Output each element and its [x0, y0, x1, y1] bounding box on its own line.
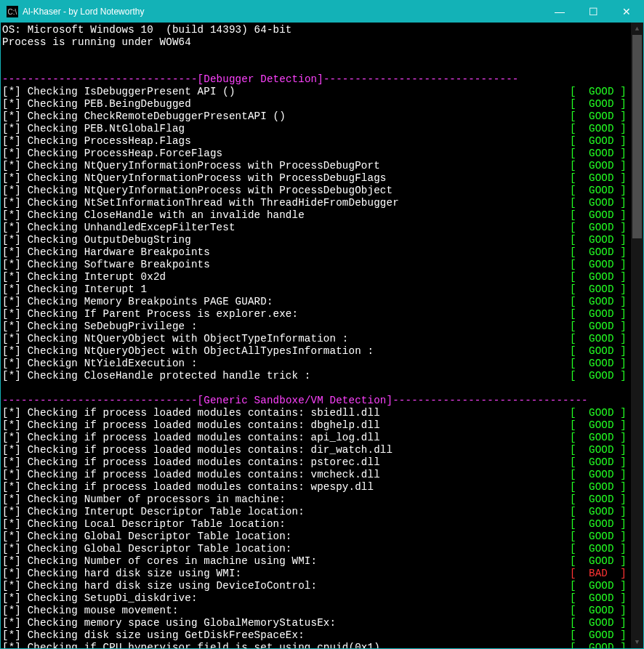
status-cell: [ GOOD ]: [570, 481, 631, 493]
status-cell: [ GOOD ]: [570, 432, 631, 444]
scrollbar-thumb[interactable]: [632, 35, 642, 238]
status-value: GOOD: [589, 209, 614, 221]
output-line: [*] Checking PEB.BeingDebugged[ GOOD ]: [2, 98, 631, 110]
output-text: [*] Checking if process loaded modules c…: [2, 407, 570, 419]
status-cell: [ GOOD ]: [570, 629, 631, 642]
status-value: GOOD: [589, 86, 614, 97]
close-button[interactable]: ✕: [610, 1, 643, 23]
output-line: [*] Checking IsDebuggerPresent API ()[ G…: [2, 86, 631, 98]
output-text: [*] Checking if process loaded modules c…: [2, 469, 570, 481]
output-line: Process is running under WOW64: [2, 36, 631, 49]
status-value: GOOD: [589, 555, 614, 567]
output-text: [*] Checking disk size using GetDiskFree…: [2, 629, 570, 642]
section-header: -------------------------------[Generic …: [2, 395, 631, 407]
output-line: [*] Checking Interupt Descriptor Table l…: [2, 506, 631, 518]
status-value: GOOD: [589, 629, 614, 641]
output-line: [*] Checking if process loaded modules c…: [2, 456, 631, 469]
titlebar[interactable]: C:\ Al-Khaser - by Lord Noteworthy — ☐ ✕: [1, 1, 643, 23]
minimize-button[interactable]: —: [543, 1, 576, 23]
status-value: GOOD: [589, 506, 614, 517]
output-line: [*] Checking CheckRemoteDebuggerPresentA…: [2, 110, 631, 123]
output-line: [*] Checking Number of processors in mac…: [2, 493, 631, 506]
status-value: GOOD: [589, 580, 614, 592]
status-cell: [ GOOD ]: [570, 493, 631, 506]
output-line: OS: Microsoft Windows 10 (build 14393) 6…: [2, 24, 631, 36]
output-line: [2, 49, 631, 61]
status-cell: [ GOOD ]: [570, 407, 631, 419]
status-value: GOOD: [589, 123, 614, 134]
output-line: [2, 61, 631, 73]
window-title: Al-Khaser - by Lord Noteworthy: [23, 7, 543, 17]
dashes-right: -------------------------------: [323, 73, 519, 85]
output-line: [*] Checking Hardware Breakpoints[ GOOD …: [2, 246, 631, 259]
output-text: [*] Checking Interupt 1: [2, 283, 570, 296]
status-value: GOOD: [589, 110, 614, 122]
status-cell: [ GOOD ]: [570, 86, 631, 98]
output-text: [*] Checking NtQueryObject with ObjectTy…: [2, 333, 570, 345]
status-cell: [ GOOD ]: [570, 172, 631, 185]
dashes-left: -------------------------------: [2, 73, 198, 85]
status-cell: [ GOOD ]: [570, 283, 631, 296]
output-line: [*] Checking Local Descriptor Table loca…: [2, 518, 631, 531]
output-text: [*] Checking OutputDebugString: [2, 234, 570, 246]
section-title: [Debugger Detection]: [198, 73, 323, 85]
output-text: [*] Checkign NtYieldExecution :: [2, 358, 570, 370]
output-text: [*] Checking if process loaded modules c…: [2, 432, 570, 444]
output-text: [*] Checking hard disk size using Device…: [2, 580, 570, 592]
output-line: [*] Checking Global Descriptor Table loc…: [2, 543, 631, 555]
output-line: [*] Checking ProcessHeap.ForceFlags[ GOO…: [2, 148, 631, 160]
status-cell: [ GOOD ]: [570, 148, 631, 160]
status-value: GOOD: [589, 456, 614, 468]
status-value: GOOD: [589, 592, 614, 604]
section-title: [Generic Sandboxe/VM Detection]: [198, 395, 393, 406]
output-line: [*] Checking NtQueryObject with ObjectTy…: [2, 333, 631, 345]
status-cell: [ GOOD ]: [570, 617, 631, 629]
output-line: [*] Checking mouse movement:[ GOOD ]: [2, 605, 631, 617]
scroll-down-icon[interactable]: ▼: [631, 636, 643, 648]
status-value: GOOD: [589, 481, 614, 493]
status-value: GOOD: [589, 617, 614, 629]
dashes-left: -------------------------------: [2, 395, 198, 406]
output-line: [*] Checking disk size using GetDiskFree…: [2, 629, 631, 642]
status-value: GOOD: [589, 419, 614, 431]
status-cell: [ BAD ]: [570, 568, 631, 580]
section-header-text: -------------------------------[Generic …: [2, 395, 631, 407]
output-text: [*] Checking ProcessHeap.Flags: [2, 135, 570, 148]
output-text: [*] Checking NtSetInformationThread with…: [2, 197, 570, 209]
status-value: GOOD: [589, 259, 614, 270]
status-cell: [ GOOD ]: [570, 444, 631, 456]
status-value: GOOD: [589, 642, 614, 648]
status-value: GOOD: [589, 135, 614, 147]
scroll-up-icon[interactable]: ▲: [631, 23, 643, 35]
output-text: [*] Checking PEB.BeingDebugged: [2, 98, 570, 110]
status-cell: [ GOOD ]: [570, 271, 631, 283]
status-value: GOOD: [589, 333, 614, 344]
output-text: Process is running under WOW64: [2, 36, 631, 49]
status-value: GOOD: [589, 246, 614, 258]
terminal-output[interactable]: OS: Microsoft Windows 10 (build 14393) 6…: [1, 23, 631, 648]
status-cell: [ GOOD ]: [570, 321, 631, 333]
output-text: [*] Checking IsDebuggerPresent API (): [2, 86, 570, 98]
output-text: [*] Checking if process loaded modules c…: [2, 419, 570, 432]
content-area: OS: Microsoft Windows 10 (build 14393) 6…: [1, 23, 643, 648]
vertical-scrollbar[interactable]: ▲ ▼: [631, 23, 643, 648]
maximize-button[interactable]: ☐: [576, 1, 610, 23]
output-line: [*] Checking CloseHandle protected handl…: [2, 370, 631, 382]
output-text: [*] Checking CloseHandle protected handl…: [2, 370, 570, 382]
output-text: [*] Checking NtQueryInformationProcess w…: [2, 160, 570, 172]
output-text: [*] Checking CloseHandle with an invalid…: [2, 209, 570, 222]
output-line: [*] Checking if process loaded modules c…: [2, 407, 631, 419]
output-text: [*] Checking ProcessHeap.ForceFlags: [2, 148, 570, 160]
status-cell: [ GOOD ]: [570, 543, 631, 555]
status-cell: [ GOOD ]: [570, 123, 631, 135]
status-cell: [ GOOD ]: [570, 605, 631, 617]
output-text: [2, 382, 631, 395]
status-cell: [ GOOD ]: [570, 197, 631, 209]
output-text: [*] Checking Hardware Breakpoints: [2, 246, 570, 259]
status-value: GOOD: [589, 321, 614, 332]
output-line: [*] Checking if process loaded modules c…: [2, 444, 631, 456]
status-value: BAD: [589, 568, 614, 579]
status-cell: [ GOOD ]: [570, 580, 631, 592]
status-value: GOOD: [589, 222, 614, 233]
output-text: [*] Checking if CPU hypervisor field is …: [2, 642, 570, 648]
